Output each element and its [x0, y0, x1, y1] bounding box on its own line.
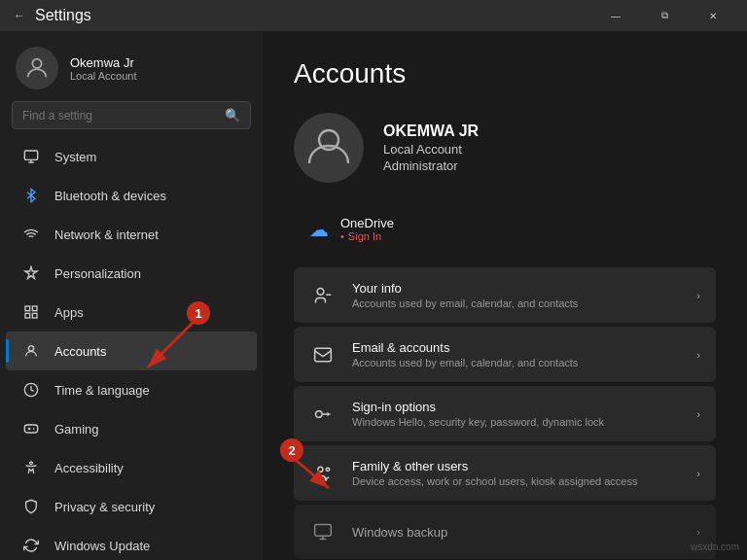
sidebar-item-personalization[interactable]: Personalization — [6, 254, 257, 293]
sidebar-item-label: Personalization — [54, 266, 141, 281]
sidebar-item-accounts[interactable]: Accounts — [6, 332, 257, 370]
settings-text: Email & accounts Accounts used by email,… — [352, 340, 681, 368]
restore-button[interactable]: ⧉ — [642, 0, 687, 31]
settings-label: Your info — [352, 281, 681, 296]
onedrive-title: OneDrive — [340, 216, 394, 230]
svg-point-16 — [326, 468, 329, 471]
network-icon — [21, 225, 41, 244]
system-icon — [21, 147, 41, 166]
minimize-button[interactable]: — — [593, 0, 638, 31]
privacy-icon — [21, 497, 41, 516]
email-icon — [309, 341, 337, 368]
page-title: Accounts — [294, 58, 716, 89]
svg-rect-2 — [25, 306, 30, 311]
title-bar-title: Settings — [35, 7, 91, 24]
accounts-icon — [21, 341, 41, 361]
backup-icon — [309, 518, 337, 545]
account-avatar — [294, 113, 364, 183]
svg-rect-13 — [315, 348, 332, 361]
gaming-icon — [21, 419, 41, 438]
account-line2: Administrator — [383, 158, 479, 173]
back-button[interactable]: ← — [12, 8, 27, 23]
account-header: OKEMWA JR Local Account Administrator — [294, 113, 716, 183]
chevron-right-icon: › — [696, 290, 700, 301]
sidebar-item-label: System — [54, 150, 96, 164]
settings-items-list: Your info Accounts used by email, calend… — [294, 267, 716, 559]
svg-rect-3 — [32, 306, 37, 311]
personalization-icon — [21, 263, 41, 283]
sidebar-item-system[interactable]: System — [6, 137, 257, 176]
settings-desc: Accounts used by email, calendar, and co… — [352, 298, 681, 309]
sidebar-item-apps[interactable]: Apps — [6, 293, 257, 332]
active-indicator — [6, 339, 9, 363]
svg-rect-17 — [315, 525, 332, 537]
settings-item-windows-backup[interactable]: Windows backup › — [294, 505, 716, 559]
settings-item-signin-options[interactable]: Sign-in options Windows Hello, security … — [294, 386, 716, 441]
settings-item-your-info[interactable]: Your info Accounts used by email, calend… — [294, 267, 716, 323]
settings-desc: Accounts used by email, calendar, and co… — [352, 357, 681, 368]
settings-desc: Device access, work or school users, kio… — [352, 475, 681, 487]
svg-rect-8 — [24, 425, 37, 433]
settings-label: Windows backup — [352, 525, 681, 540]
svg-point-15 — [318, 467, 323, 472]
chevron-right-icon: › — [696, 468, 700, 479]
sidebar-item-label: Accounts — [54, 344, 106, 359]
settings-text: Your info Accounts used by email, calend… — [352, 281, 681, 309]
family-icon — [309, 460, 337, 487]
search-input[interactable] — [22, 109, 217, 122]
sidebar-item-bluetooth[interactable]: Bluetooth & devices — [6, 176, 257, 215]
sidebar-item-time[interactable]: Time & language — [6, 370, 257, 409]
user-name: Okemwa Jr — [70, 55, 137, 70]
annotation-1: 1 — [187, 301, 210, 325]
settings-label: Email & accounts — [352, 340, 681, 355]
search-bar[interactable]: 🔍 — [12, 101, 251, 129]
avatar — [16, 47, 58, 89]
settings-item-family-users[interactable]: Family & other users Device access, work… — [294, 445, 716, 501]
account-details: OKEMWA JR Local Account Administrator — [383, 122, 479, 173]
sidebar-item-privacy[interactable]: Privacy & security — [6, 487, 257, 526]
search-icon[interactable]: 🔍 — [225, 108, 240, 122]
bluetooth-icon — [21, 186, 41, 205]
sidebar-item-label: Bluetooth & devices — [54, 189, 166, 203]
onedrive-info: OneDrive • Sign In — [340, 216, 394, 242]
svg-rect-5 — [32, 313, 37, 318]
window-controls: — ⧉ ✕ — [593, 0, 735, 31]
sidebar: Okemwa Jr Local Account 🔍 Sy — [0, 31, 263, 560]
sidebar-item-gaming[interactable]: Gaming — [6, 409, 257, 448]
sidebar-item-network[interactable]: Network & internet — [6, 215, 257, 254]
sidebar-item-accessibility[interactable]: Accessibility — [6, 448, 257, 487]
sidebar-item-label: Accessibility — [54, 461, 124, 475]
svg-rect-4 — [25, 313, 30, 318]
svg-point-11 — [317, 288, 324, 295]
account-line1: Local Account — [383, 142, 479, 157]
onedrive-signin: • Sign In — [340, 230, 394, 242]
settings-item-email-accounts[interactable]: Email & accounts Accounts used by email,… — [294, 327, 716, 382]
svg-rect-1 — [24, 151, 37, 159]
content-area: Accounts OKEMWA JR Local Account Adminis… — [263, 31, 747, 560]
user-profile[interactable]: Okemwa Jr Local Account — [0, 31, 263, 101]
svg-point-14 — [316, 410, 323, 417]
close-button[interactable]: ✕ — [691, 0, 735, 31]
annotation-2: 2 — [280, 438, 303, 462]
account-name: OKEMWA JR — [383, 122, 479, 140]
svg-point-0 — [32, 59, 41, 68]
accessibility-icon — [21, 458, 41, 477]
chevron-right-icon: › — [696, 349, 700, 361]
settings-label: Sign-in options — [352, 400, 681, 414]
sidebar-item-windows-update[interactable]: Windows Update — [6, 526, 257, 560]
sidebar-item-label: Network & internet — [54, 228, 159, 242]
user-info: Okemwa Jr Local Account — [70, 55, 137, 82]
settings-text: Family & other users Device access, work… — [352, 459, 681, 487]
key-icon — [309, 401, 337, 428]
onedrive-banner[interactable]: ☁ OneDrive • Sign In — [294, 206, 716, 252]
sidebar-item-label: Windows Update — [54, 539, 150, 553]
settings-text: Windows backup — [352, 525, 681, 540]
sidebar-item-label: Apps — [54, 305, 84, 320]
update-icon — [21, 536, 41, 555]
chevron-right-icon: › — [696, 408, 700, 420]
onedrive-icon: ☁ — [309, 218, 329, 241]
apps-icon — [21, 302, 41, 322]
onedrive-dot: • — [340, 230, 344, 242]
sidebar-item-label: Gaming — [54, 422, 99, 437]
settings-text: Sign-in options Windows Hello, security … — [352, 400, 681, 428]
